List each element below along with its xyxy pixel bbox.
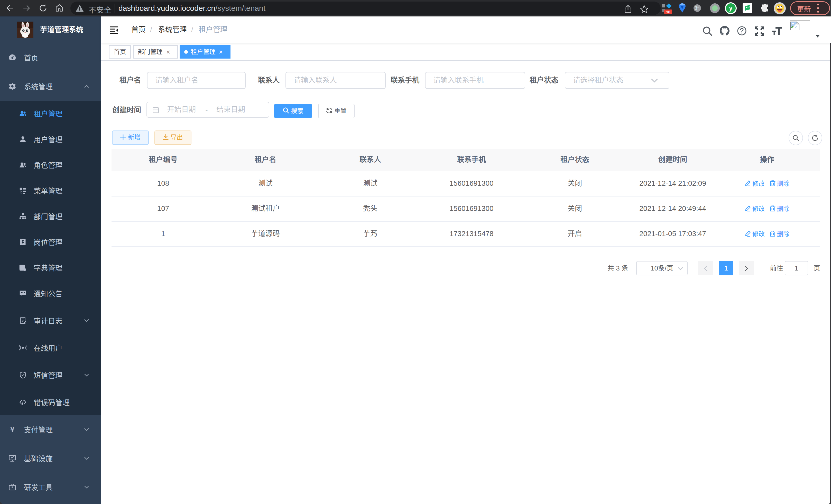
svg-text:⌘: ⌘ xyxy=(695,6,699,11)
svg-text:¥: ¥ xyxy=(10,426,15,433)
svg-text:y: y xyxy=(729,4,733,11)
svg-text:10: 10 xyxy=(666,10,670,14)
